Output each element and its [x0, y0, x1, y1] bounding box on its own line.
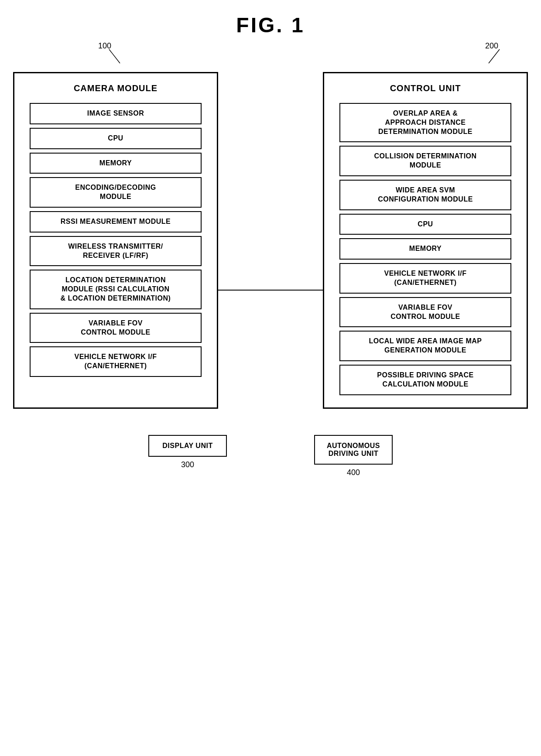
control-unit-label: CONTROL UNIT: [331, 80, 520, 99]
diagram-wrapper: 100 200 CAMERA MODULE IMAGE SENSOR CPU M…: [13, 41, 528, 477]
control-unit-box: CONTROL UNIT OVERLAP AREA &APPROACH DIST…: [323, 72, 528, 409]
display-unit-ref: 300: [181, 460, 194, 469]
rssi-measurement-box: RSSI MEASUREMENT MODULE: [30, 211, 202, 233]
left-memory-box: MEMORY: [30, 153, 202, 174]
collision-determination-box: COLLISION DETERMINATIONMODULE: [339, 146, 511, 176]
wide-area-svm-box: WIDE AREA SVMCONFIGURATION MODULE: [339, 180, 511, 210]
fig-title: FIG. 1: [13, 13, 528, 37]
wireless-transmitter-box: WIRELESS TRANSMITTER/RECEIVER (LF/RF): [30, 236, 202, 267]
image-sensor-box: IMAGE SENSOR: [30, 103, 202, 124]
camera-module-label: CAMERA MODULE: [21, 80, 210, 99]
page: FIG. 1 100 200: [0, 0, 541, 756]
location-determination-box: LOCATION DETERMINATIONMODULE (RSSI CALCU…: [30, 270, 202, 309]
right-vehicle-network-box: VEHICLE NETWORK I/F(CAN/ETHERNET): [339, 263, 511, 294]
svg-line-1: [489, 49, 500, 63]
right-cpu-box: CPU: [339, 214, 511, 235]
right-variable-fov-box: VARIABLE FOVCONTROL MODULE: [339, 297, 511, 328]
encoding-decoding-box: ENCODING/DECODINGMODULE: [30, 177, 202, 208]
left-variable-fov-box: VARIABLE FOVCONTROL MODULE: [30, 313, 202, 343]
display-unit-box: DISPLAY UNIT: [148, 435, 227, 457]
camera-module-box: CAMERA MODULE IMAGE SENSOR CPU MEMORY EN…: [13, 72, 218, 409]
right-memory-box: MEMORY: [339, 238, 511, 260]
svg-line-0: [109, 49, 120, 63]
ref-200: 200: [485, 41, 498, 51]
possible-driving-box: POSSIBLE DRIVING SPACECALCULATION MODULE: [339, 365, 511, 395]
left-vehicle-network-box: VEHICLE NETWORK I/F(CAN/ETHERNET): [30, 346, 202, 377]
ref-100: 100: [98, 41, 111, 51]
overlap-area-box: OVERLAP AREA &APPROACH DISTANCEDETERMINA…: [339, 103, 511, 142]
autonomous-unit-ref: 400: [347, 468, 360, 477]
autonomous-driving-box: AUTONOMOUSDRIVING UNIT: [314, 435, 393, 465]
left-cpu-box: CPU: [30, 128, 202, 149]
local-wide-area-box: LOCAL WIDE AREA IMAGE MAPGENERATION MODU…: [339, 331, 511, 361]
